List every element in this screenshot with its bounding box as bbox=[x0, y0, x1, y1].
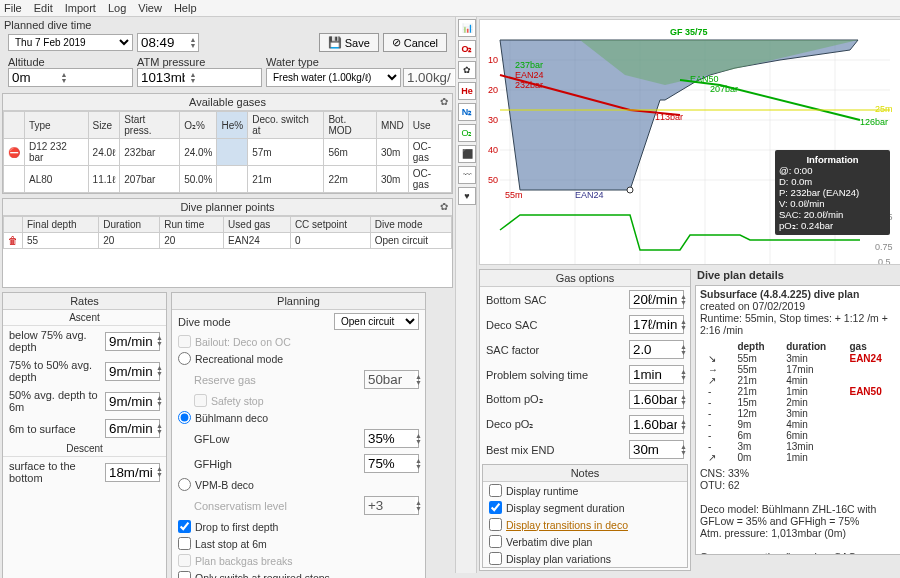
rate-label: 75% to 50% avg. depth bbox=[9, 359, 105, 383]
svg-text:232bar: 232bar bbox=[515, 80, 543, 90]
buhlmann-radio[interactable] bbox=[178, 411, 191, 424]
rate-label: surface to the bottom bbox=[9, 460, 105, 484]
svg-text:GF 35/75: GF 35/75 bbox=[670, 27, 708, 37]
date-select[interactable]: Thu 7 Feb 2019 bbox=[8, 34, 133, 51]
gear-icon[interactable]: ✿ bbox=[440, 96, 448, 107]
svg-text:126bar: 126bar bbox=[860, 117, 888, 127]
menu-file[interactable]: File bbox=[4, 2, 22, 14]
planning-title: Planning bbox=[172, 293, 425, 310]
details-title: Dive plan details bbox=[693, 267, 900, 283]
svg-text:0.5: 0.5 bbox=[878, 257, 891, 265]
gfhigh-input[interactable]: ▲▼ bbox=[364, 454, 419, 473]
dive-points-panel: Dive planner points✿ Final depthDuration… bbox=[2, 198, 453, 288]
svg-text:20: 20 bbox=[488, 85, 498, 95]
tool-po2-icon[interactable]: O₂ bbox=[458, 40, 476, 58]
atm-label: ATM pressure bbox=[137, 56, 262, 68]
recreational-radio[interactable] bbox=[178, 352, 191, 365]
backgas-check bbox=[178, 554, 191, 567]
menu-import[interactable]: Import bbox=[65, 2, 96, 14]
sacfac-label: SAC factor bbox=[486, 344, 539, 356]
gases-table[interactable]: TypeSizeStart press.O₂%He%Deco. switch a… bbox=[3, 111, 452, 193]
botsac-label: Bottom SAC bbox=[486, 294, 547, 306]
available-gases-panel: Available gases✿ TypeSizeStart press.O₂%… bbox=[2, 93, 453, 194]
rate-input[interactable]: ▲▼ bbox=[105, 392, 160, 411]
svg-text:50: 50 bbox=[488, 175, 498, 185]
svg-point-38 bbox=[627, 187, 633, 193]
decopo2-input[interactable]: ▲▼ bbox=[629, 415, 684, 434]
bestmix-label: Best mix END bbox=[486, 444, 554, 456]
svg-text:25m: 25m bbox=[875, 104, 893, 114]
bailout-check bbox=[178, 335, 191, 348]
drop-check[interactable] bbox=[178, 520, 191, 533]
tool-n2-icon[interactable]: N₂ bbox=[458, 103, 476, 121]
svg-text:237bar: 237bar bbox=[515, 60, 543, 70]
decopo2-label: Deco pO₂ bbox=[486, 418, 533, 431]
rate-input[interactable]: ▲▼ bbox=[105, 463, 160, 482]
switch-check[interactable] bbox=[178, 571, 191, 578]
svg-text:EAN50: EAN50 bbox=[690, 74, 719, 84]
gfhigh-label: GFHigh bbox=[178, 458, 232, 470]
tool-gear-icon[interactable]: ✿ bbox=[458, 61, 476, 79]
table-row[interactable]: 🗑552020EAN240Open circuit bbox=[4, 233, 452, 249]
rate-input[interactable]: ▲▼ bbox=[105, 332, 160, 351]
menu-edit[interactable]: Edit bbox=[34, 2, 53, 14]
probtime-input[interactable]: ▲▼ bbox=[629, 365, 684, 384]
menu-view[interactable]: View bbox=[138, 2, 162, 14]
rate-input[interactable]: ▲▼ bbox=[105, 419, 160, 438]
sacfac-input[interactable]: ▲▼ bbox=[629, 340, 684, 359]
gear-icon[interactable]: ✿ bbox=[440, 201, 448, 212]
note5-check[interactable] bbox=[489, 552, 502, 565]
water-select[interactable]: Fresh water (1.00kg/ℓ) bbox=[266, 68, 401, 87]
planned-time-label: Planned dive time bbox=[4, 19, 451, 31]
decosac-input[interactable]: ▲▼ bbox=[629, 315, 684, 334]
rate-input[interactable]: ▲▼ bbox=[105, 362, 160, 381]
menu-log[interactable]: Log bbox=[108, 2, 126, 14]
botsac-input[interactable]: ▲▼ bbox=[629, 290, 684, 309]
tool-he-icon[interactable]: He bbox=[458, 82, 476, 100]
svg-text:207bar: 207bar bbox=[710, 84, 738, 94]
svg-text:113bar: 113bar bbox=[655, 112, 683, 122]
table-row[interactable]: AL8011.1ℓ207bar50.0%21m22m30mOC-gas bbox=[4, 166, 452, 193]
note1-check[interactable] bbox=[489, 484, 502, 497]
density-input: ▲▼ bbox=[403, 68, 458, 87]
descent-label: Descent bbox=[3, 441, 166, 457]
dive-profile-chart[interactable]: 1020304050 51525354555 GF 35/75 237bar E… bbox=[479, 19, 900, 265]
tool-profile-icon[interactable]: 📊 bbox=[458, 19, 476, 37]
tool-o2-green-icon[interactable]: O₂ bbox=[458, 124, 476, 142]
probtime-label: Problem solving time bbox=[486, 369, 588, 381]
tool-hr-icon[interactable]: ♥ bbox=[458, 187, 476, 205]
cancel-button[interactable]: ⊘ Cancel bbox=[383, 33, 447, 52]
bestmix-input[interactable]: ▲▼ bbox=[629, 440, 684, 459]
svg-text:10: 10 bbox=[488, 55, 498, 65]
table-row[interactable]: ⛔D12 232 bar24.0ℓ232bar24.0%57m56m30mOC-… bbox=[4, 139, 452, 166]
gas-options-title: Gas options bbox=[480, 270, 690, 287]
gflow-label: GFLow bbox=[178, 433, 229, 445]
botpo2-label: Bottom pO₂ bbox=[486, 393, 543, 406]
water-label: Water type bbox=[266, 56, 458, 68]
dive-points-table[interactable]: Final depthDurationRun timeUsed gasCC se… bbox=[3, 216, 452, 249]
tool-bar-icon[interactable]: ⬛ bbox=[458, 145, 476, 163]
altitude-label: Altitude bbox=[8, 56, 133, 68]
svg-text:40: 40 bbox=[488, 145, 498, 155]
tool-line-icon[interactable]: 〰 bbox=[458, 166, 476, 184]
menu-help[interactable]: Help bbox=[174, 2, 197, 14]
menubar: File Edit Import Log View Help bbox=[0, 0, 900, 17]
note2-check[interactable] bbox=[489, 501, 502, 514]
divemode-select[interactable]: Open circuit bbox=[334, 313, 419, 330]
svg-text:0.75: 0.75 bbox=[875, 242, 893, 252]
botpo2-input[interactable]: ▲▼ bbox=[629, 390, 684, 409]
altitude-input[interactable]: ▲▼ bbox=[8, 68, 133, 87]
dive-points-title: Dive planner points bbox=[180, 201, 274, 213]
vpmb-radio[interactable] bbox=[178, 478, 191, 491]
rate-label: 6m to surface bbox=[9, 423, 76, 435]
details-panel[interactable]: Subsurface (4.8.4.225) dive plan created… bbox=[695, 285, 900, 555]
last6-check[interactable] bbox=[178, 537, 191, 550]
gflow-input[interactable]: ▲▼ bbox=[364, 429, 419, 448]
note4-check[interactable] bbox=[489, 535, 502, 548]
safety-check bbox=[194, 394, 207, 407]
atm-input[interactable]: ▲▼ bbox=[137, 68, 262, 87]
gas-options-panel: Gas options Bottom SAC▲▼ Deco SAC▲▼ SAC … bbox=[479, 269, 691, 571]
save-button[interactable]: 💾 Save bbox=[319, 33, 379, 52]
note3-check[interactable] bbox=[489, 518, 502, 531]
time-input[interactable]: ▲▼ bbox=[137, 33, 199, 52]
